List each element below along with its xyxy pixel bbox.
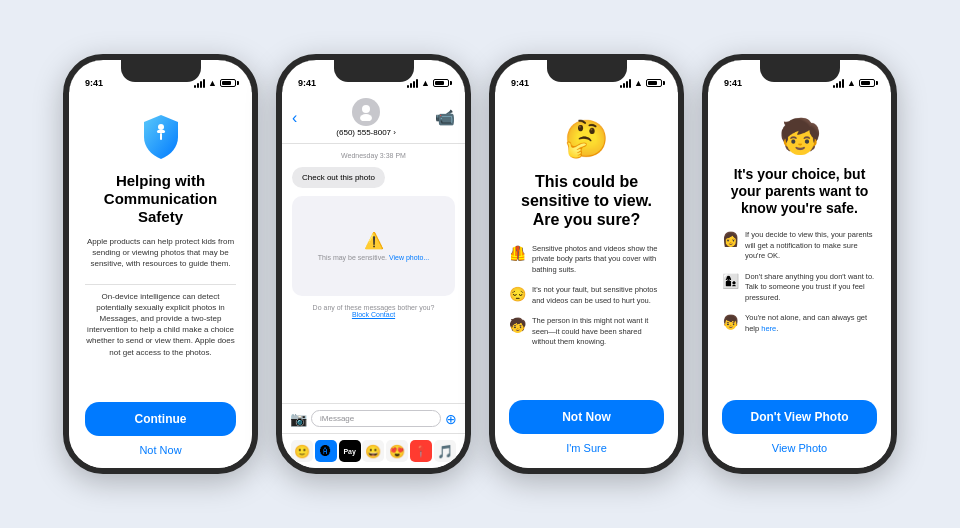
shield-icon-area [136,112,186,162]
appstore-icon[interactable]: 🅐 [315,440,337,462]
battery-3 [646,79,662,87]
parent-emoji: 🧒 [779,116,821,156]
warning-text-1: Sensitive photos and videos show the pri… [532,244,664,276]
parent-item-1: 👩 If you decide to view this, your paren… [722,230,877,262]
not-now-button-3[interactable]: Not Now [509,400,664,434]
warning-text-3: The person in this might not want it see… [532,316,664,348]
signal-bars-4 [833,79,844,88]
messages-area: Wednesday 3:38 PM Check out this photo ⚠… [282,144,465,403]
status-time-4: 9:41 [724,78,742,88]
parent-item-2: 👩‍👦 Don't share anything you don't want … [722,272,877,304]
phone-1: 9:41 ▲ [63,54,258,474]
memoji-icon[interactable]: 🙂 [291,440,313,462]
signal-bars-2 [407,79,418,88]
applepay-icon[interactable]: Pay [339,440,361,462]
warning-triangle-icon: ⚠️ [364,231,384,250]
parent-item-3: 👦 You're not alone, and can always get h… [722,313,877,334]
notch-3 [547,60,627,82]
messages-header: ‹ (650) 555-8007 › 📹 [282,92,465,144]
parent-text-3: You're not alone, and can always get hel… [745,313,877,334]
battery-fill-2 [435,81,444,85]
notch-4 [760,60,840,82]
video-icon[interactable]: 📹 [435,108,455,127]
phone1-body1: Apple products can help protect kids fro… [85,236,236,270]
battery-fill-3 [648,81,657,85]
wifi-icon-1: ▲ [208,78,217,88]
notch-1 [121,60,201,82]
status-icons-1: ▲ [194,78,236,88]
signal-bar [836,83,838,88]
parent-text-2: Don't share anything you don't want to. … [745,272,877,304]
signal-bar [626,81,628,88]
thinking-emoji: 🤔 [564,118,609,160]
camera-icon[interactable]: 📷 [290,411,307,427]
signal-bars-3 [620,79,631,88]
message-input[interactable]: iMessage [311,410,441,427]
signal-bar [839,81,841,88]
input-icons: 📷 [290,411,307,427]
view-photo-button[interactable]: View Photo [772,442,827,454]
parent-title: It's your choice, but your parents want … [722,166,877,216]
block-contact-link[interactable]: Block Contact [352,311,395,318]
phone1-body2: On-device intelligence can detect potent… [85,291,236,358]
back-button[interactable]: ‹ [292,109,297,127]
parent-icon-3: 👦 [722,314,739,330]
svg-point-4 [360,114,372,121]
warning-text-2: It's not your fault, but sensitive photo… [532,285,664,306]
message-bubble: Check out this photo [292,167,385,188]
battery-fill-1 [222,81,231,85]
phone3-content: 🤔 This could be sensitive to view. Are y… [495,92,678,468]
signal-bar [416,79,418,88]
signal-bar [197,83,199,88]
signal-bar [407,85,409,88]
music-icon[interactable]: 🎵 [434,440,456,462]
parent-icon-1: 👩 [722,231,739,247]
parent-items: 👩 If you decide to view this, your paren… [722,230,877,344]
battery-1 [220,79,236,87]
date-label: Wednesday 3:38 PM [292,152,455,159]
svg-rect-1 [160,133,162,140]
sensitive-photo-area: ⚠️ This may be sensitive. View photo... [292,196,455,296]
wifi-icon-2: ▲ [421,78,430,88]
sad-emoji: 😔 [509,286,526,302]
battery-2 [433,79,449,87]
dont-view-button[interactable]: Don't View Photo [722,400,877,434]
status-time-1: 9:41 [85,78,103,88]
contact-number: (650) 555-8007 › [336,128,396,137]
warning-items: 🦺 Sensitive photos and videos show the p… [509,244,664,358]
svg-point-2 [158,124,164,130]
parent-icon-2: 👩‍👦 [722,273,739,289]
status-icons-3: ▲ [620,78,662,88]
signal-bar [200,81,202,88]
send-button[interactable]: ⊕ [445,411,457,427]
signal-bar [203,79,205,88]
phone2-content: ‹ (650) 555-8007 › 📹 Wednesday 3:38 P [282,92,465,468]
sticker-icon[interactable]: 😀 [362,440,384,462]
status-icons-2: ▲ [407,78,449,88]
avatar [352,98,380,126]
signal-bar [842,79,844,88]
phone4-content: 🧒 It's your choice, but your parents wan… [708,92,891,468]
phone1-content: Helping with Communication Safety Apple … [69,92,252,468]
svg-point-3 [362,105,370,113]
shield-icon [136,112,186,162]
not-now-button-1[interactable]: Not Now [139,444,181,456]
svg-rect-0 [157,130,165,133]
phone-2: 9:41 ▲ ‹ [276,54,471,474]
input-bar: 📷 iMessage ⊕ [282,403,465,433]
status-icons-4: ▲ [833,78,875,88]
location-icon[interactable]: 📍 [410,440,432,462]
warning-item-3: 🧒 The person in this might not want it s… [509,316,664,348]
view-photo-link[interactable]: View photo... [389,254,429,261]
help-link[interactable]: here [761,324,776,333]
parent-text-1: If you decide to view this, your parents… [745,230,877,262]
im-sure-button[interactable]: I'm Sure [566,442,607,454]
signal-bar [410,83,412,88]
hashtag-icon[interactable]: 😍 [386,440,408,462]
signal-bar [629,79,631,88]
person-emoji-1: 🧒 [509,317,526,333]
divider-1 [85,284,236,285]
signal-bar [623,83,625,88]
status-time-2: 9:41 [298,78,316,88]
continue-button[interactable]: Continue [85,402,236,436]
